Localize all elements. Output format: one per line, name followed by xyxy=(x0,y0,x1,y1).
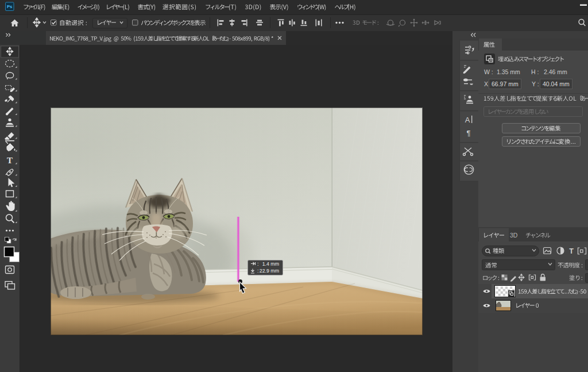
svg-text:T: T xyxy=(569,247,574,255)
svg-text:2.46 mm: 2.46 mm xyxy=(544,68,567,75)
svg-text:1.35 mm: 1.35 mm xyxy=(497,68,520,75)
svg-text:Y :: Y : xyxy=(532,80,539,87)
svg-text:W :: W : xyxy=(484,68,493,75)
svg-text:¶: ¶ xyxy=(467,129,471,137)
svg-text:1.4 mm: 1.4 mm xyxy=(262,261,279,267)
svg-text:22.9 mm: 22.9 mm xyxy=(260,268,279,274)
svg-text:3D: 3D xyxy=(510,232,518,239)
svg-text:66.97 mm: 66.97 mm xyxy=(492,80,519,87)
svg-text:H :: H : xyxy=(531,68,539,75)
svg-text:40.04 mm: 40.04 mm xyxy=(543,80,570,87)
svg-text:Ps: Ps xyxy=(7,4,13,9)
svg-text:T: T xyxy=(7,156,13,165)
svg-text::: : xyxy=(257,261,258,267)
svg-text:A: A xyxy=(465,116,470,124)
svg-text::: : xyxy=(257,268,258,274)
